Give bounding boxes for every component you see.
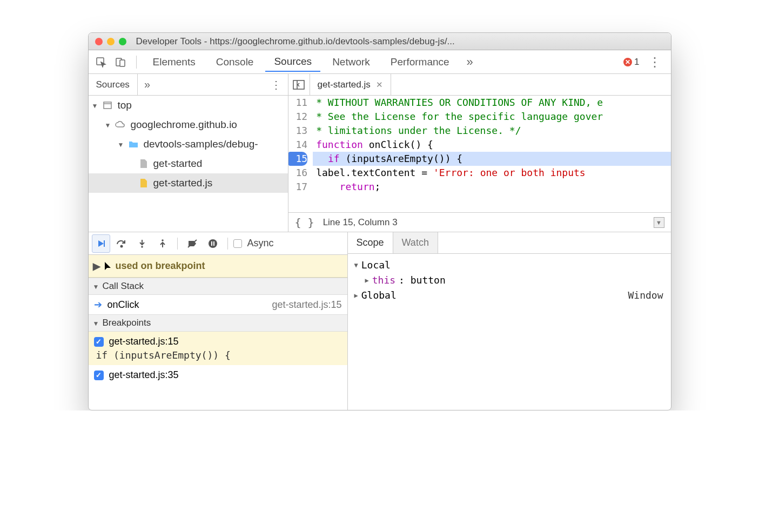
window-title: Developer Tools - https://googlechrome.g… (136, 36, 664, 47)
inspect-element-icon[interactable] (93, 54, 109, 70)
paused-text: used on breakpoint (116, 260, 205, 272)
code-text: onClick() { (363, 139, 433, 150)
close-window-button[interactable] (95, 38, 103, 45)
code-line: * limitations under the License. */ (316, 125, 521, 136)
line-number[interactable]: 14 (288, 138, 308, 152)
call-stack-label: Call Stack (102, 281, 144, 292)
tab-elements[interactable]: Elements (144, 53, 204, 71)
editor-tabs: get-started.js ✕ (288, 74, 671, 96)
scope-watch-tabs: Scope Watch (348, 232, 671, 254)
tree-file-js[interactable]: get-started.js (89, 173, 288, 193)
code-string: 'Error: one or both inputs (433, 167, 586, 178)
settings-menu-icon[interactable]: ⋮ (643, 55, 667, 70)
file-tree: ▼ top ▼ googlechrome.github.io ▼ devtool… (89, 96, 288, 232)
svg-rect-5 (293, 80, 304, 89)
tree-domain-label: googlechrome.github.io (130, 119, 237, 131)
file-tab-get-started-js[interactable]: get-started.js ✕ (310, 74, 391, 95)
tab-scope[interactable]: Scope (348, 232, 393, 253)
file-js-icon (138, 178, 149, 188)
pretty-print-icon[interactable]: { } (295, 216, 314, 229)
debugger-right-pane: Scope Watch ▼Local ▶this: button ▶Global… (348, 232, 671, 410)
breakpoints-label: Breakpoints (102, 318, 151, 328)
stack-frame-name: onClick (108, 299, 139, 311)
scope-this-label: this (372, 274, 395, 286)
code-keyword: function (316, 139, 363, 150)
svg-rect-14 (213, 241, 214, 246)
scope-this-value: : button (399, 274, 446, 286)
tab-console[interactable]: Console (207, 53, 263, 71)
step-into-button[interactable] (133, 234, 151, 253)
tab-performance[interactable]: Performance (382, 53, 458, 71)
tree-top[interactable]: ▼ top (89, 96, 288, 115)
step-out-button[interactable] (153, 234, 172, 253)
error-count-value: 1 (634, 57, 639, 68)
close-tab-icon[interactable]: ✕ (376, 80, 383, 90)
resume-button[interactable] (92, 234, 110, 253)
tree-file-js-label: get-started.js (153, 177, 213, 189)
folder-icon (128, 139, 139, 150)
tab-sources[interactable]: Sources (265, 52, 320, 72)
play-icon: ▶ (93, 260, 100, 272)
pause-exceptions-button[interactable] (204, 234, 222, 253)
call-stack-header[interactable]: ▼Call Stack (89, 278, 347, 295)
breakpoint-item[interactable]: ✓ get-started.js:15 if (inputsAreEmpty()… (89, 332, 347, 365)
subtab-sources[interactable]: Sources (89, 74, 138, 95)
svg-rect-7 (104, 240, 105, 247)
editor-statusbar: { } Line 15, Column 3 ▼ (288, 212, 671, 232)
device-toolbar-icon[interactable] (112, 54, 129, 70)
line-gutter: 11 12 13 14 15 16 17 (288, 96, 313, 212)
scope-local[interactable]: ▼Local (348, 257, 671, 272)
code-text: label.textContent = (316, 167, 433, 178)
paused-banner: ▶ used on breakpoint (89, 255, 347, 278)
navigator-toggle-icon[interactable] (288, 74, 310, 95)
code-line: * See the License for the specific langu… (316, 111, 603, 122)
breakpoints-header[interactable]: ▼Breakpoints (89, 314, 347, 332)
breakpoint-label: get-started.js:15 (109, 336, 179, 347)
svg-rect-13 (211, 241, 212, 246)
code-text: ; (375, 181, 381, 192)
code-editor[interactable]: 11 12 13 14 15 16 17 * WITHOUT WARRANTIE… (288, 96, 671, 212)
step-over-button[interactable] (112, 234, 131, 253)
stack-frame[interactable]: ➔ onClick get-started.js:15 (89, 295, 347, 314)
devtools-window: Developer Tools - https://googlechrome.g… (88, 32, 671, 410)
debugger-toolbar: Async (89, 232, 347, 255)
code-line: * WITHOUT WARRANTIES OR CONDITIONS OF AN… (316, 97, 603, 108)
line-number[interactable]: 12 (288, 110, 308, 124)
tab-network[interactable]: Network (324, 53, 379, 71)
breakpoint-label: get-started.js:35 (109, 369, 179, 381)
code-text: (inputsAreEmpty()) { (340, 153, 463, 164)
more-tabs-icon[interactable]: » (461, 55, 479, 69)
coverage-dropdown-icon[interactable]: ▼ (654, 217, 664, 228)
cloud-icon (115, 119, 126, 130)
scope-this[interactable]: ▶this: button (348, 272, 671, 287)
async-checkbox[interactable] (233, 239, 242, 248)
breakpoint-checkbox[interactable]: ✓ (94, 371, 104, 380)
error-count[interactable]: ✕ 1 (623, 57, 639, 68)
line-number[interactable]: 17 (288, 180, 308, 194)
breakpoint-checkbox[interactable]: ✓ (94, 337, 104, 347)
file-icon (138, 158, 149, 169)
deactivate-breakpoints-button[interactable] (183, 234, 201, 253)
line-number-breakpoint[interactable]: 15 (288, 152, 308, 166)
maximize-window-button[interactable] (119, 38, 126, 45)
subtab-menu-icon[interactable]: ⋮ (264, 74, 288, 95)
line-number[interactable]: 11 (288, 96, 308, 110)
debugger-left-pane: Async ▶ used on breakpoint ▼Call Stack ➔… (89, 232, 348, 410)
file-tab-label: get-started.js (318, 79, 371, 90)
line-number[interactable]: 16 (288, 166, 308, 180)
subtab-more-icon[interactable]: » (138, 74, 157, 95)
scope-tree: ▼Local ▶this: button ▶GlobalWindow (348, 254, 671, 410)
tree-file-html[interactable]: get-started (89, 154, 288, 173)
cursor-position: Line 15, Column 3 (323, 217, 398, 228)
breakpoint-item[interactable]: ✓ get-started.js:35 (89, 365, 347, 385)
svg-point-9 (141, 246, 143, 248)
tree-folder[interactable]: ▼ devtools-samples/debug- (89, 134, 288, 154)
line-number[interactable]: 13 (288, 124, 308, 138)
tree-domain[interactable]: ▼ googlechrome.github.io (89, 115, 288, 134)
scope-global[interactable]: ▶GlobalWindow (348, 287, 671, 302)
window-titlebar: Developer Tools - https://googlechrome.g… (89, 33, 671, 50)
tab-watch[interactable]: Watch (393, 232, 438, 253)
minimize-window-button[interactable] (107, 38, 115, 45)
svg-rect-3 (104, 102, 111, 109)
async-label: Async (247, 238, 274, 249)
